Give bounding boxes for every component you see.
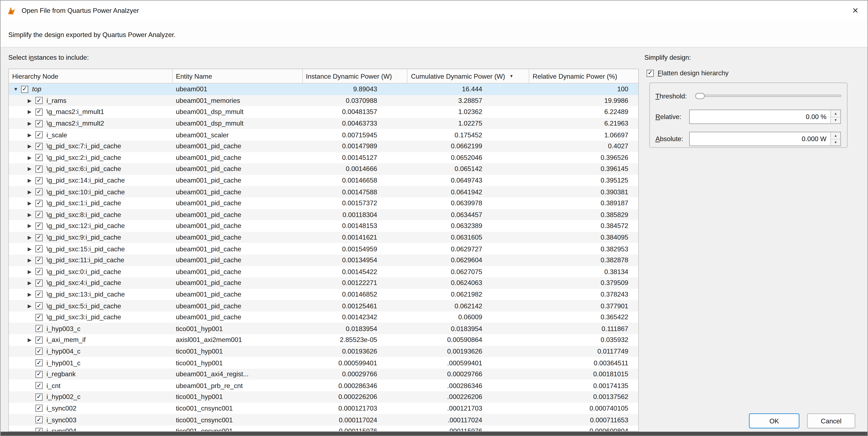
flatten-checkbox[interactable]: ✓: [647, 69, 654, 76]
table-row[interactable]: ✓\g_pid_sxc:3:i_pid_cacheubeam001_pid_ca…: [9, 311, 638, 323]
collapsed-arrow-icon[interactable]: ▶: [28, 189, 36, 194]
table-row[interactable]: ✓i_sync002tico001_cnsync0010.000121703.0…: [9, 403, 638, 414]
table-row[interactable]: ✓i_sync004tico001_cnsync0010.000115976.0…: [9, 426, 638, 432]
collapsed-arrow-icon[interactable]: ▶: [28, 303, 36, 309]
collapsed-arrow-icon[interactable]: ▶: [28, 166, 36, 172]
table-row[interactable]: ✓i_hyp002_ctico001_hyp0010.000226206.000…: [9, 391, 638, 403]
table-row[interactable]: ✓i_hyp004_ctico001_hyp0010.001936260.001…: [9, 346, 638, 357]
table-row[interactable]: ▶✓\g_macs2:i_mmult1ubeam001_dsp_mmult0.0…: [9, 106, 638, 118]
row-checkbox[interactable]: ✓: [35, 325, 42, 332]
row-checkbox[interactable]: ✓: [35, 234, 42, 241]
row-checkbox[interactable]: ✓: [35, 222, 42, 230]
spin-up-button[interactable]: ▲: [831, 110, 840, 117]
row-checkbox[interactable]: ✓: [35, 131, 42, 138]
table-row[interactable]: ▶✓\g_pid_sxc:14:i_pid_cacheubeam001_pid_…: [9, 175, 638, 186]
row-checkbox[interactable]: ✓: [35, 348, 42, 355]
table-row[interactable]: ▶✓i_ramsubeam001_memories0.03709883.2885…: [9, 95, 638, 106]
table-row[interactable]: ▼✓topubeam0019.8904316.444100: [9, 84, 638, 95]
collapsed-arrow-icon[interactable]: ▶: [28, 178, 36, 183]
row-checkbox[interactable]: ✓: [35, 154, 42, 161]
row-checkbox[interactable]: ✓: [35, 177, 42, 184]
row-checkbox[interactable]: ✓: [35, 371, 42, 378]
threshold-slider[interactable]: [695, 90, 841, 102]
row-checkbox[interactable]: ✓: [35, 188, 42, 195]
row-checkbox[interactable]: ✓: [35, 382, 42, 389]
spin-down-button[interactable]: ▼: [831, 139, 840, 146]
column-header-entity-name[interactable]: Entity Name: [173, 69, 303, 83]
spin-down-button[interactable]: ▼: [831, 117, 840, 123]
row-checkbox[interactable]: ✓: [35, 143, 42, 150]
row-checkbox[interactable]: ✓: [35, 245, 42, 252]
collapsed-arrow-icon[interactable]: ▶: [28, 246, 36, 252]
collapsed-arrow-icon[interactable]: ▶: [28, 269, 36, 274]
flatten-checkbox-row[interactable]: ✓ Flatten design hierarchy: [647, 69, 728, 77]
table-row[interactable]: ▶✓i_scaleubeam001_scaler0.007159450.1754…: [9, 129, 638, 141]
collapsed-arrow-icon[interactable]: ▶: [28, 292, 36, 297]
row-checkbox[interactable]: ✓: [35, 257, 42, 264]
table-row[interactable]: ▶✓\g_pid_sxc:11:i_pid_cacheubeam001_pid_…: [9, 254, 638, 266]
row-checkbox[interactable]: ✓: [35, 337, 42, 344]
collapsed-arrow-icon[interactable]: ▶: [28, 144, 36, 149]
close-button[interactable]: ✕: [852, 5, 859, 15]
spin-up-button[interactable]: ▲: [831, 132, 840, 139]
table-row[interactable]: ▶✓\g_pid_sxc:10:i_pid_cacheubeam001_pid_…: [9, 186, 638, 197]
row-checkbox[interactable]: ✓: [21, 86, 28, 93]
slider-handle[interactable]: [695, 93, 705, 99]
table-row[interactable]: ▶✓\g_pid_sxc:8:i_pid_cacheubeam001_pid_c…: [9, 209, 638, 220]
row-checkbox[interactable]: ✓: [35, 314, 42, 321]
table-row[interactable]: ▶✓\g_pid_sxc:12:i_pid_cacheubeam001_pid_…: [9, 220, 638, 232]
table-row[interactable]: ✓i_cntubeam001_prb_re_cnt0.000286346.000…: [9, 380, 638, 391]
row-checkbox[interactable]: ✓: [35, 393, 42, 401]
collapsed-arrow-icon[interactable]: ▶: [28, 212, 36, 217]
collapsed-arrow-icon[interactable]: ▶: [28, 132, 36, 137]
table-row[interactable]: ▶✓\g_pid_sxc:13:i_pid_cacheubeam001_pid_…: [9, 289, 638, 300]
collapsed-arrow-icon[interactable]: ▶: [28, 235, 36, 240]
absolute-spinbox-value[interactable]: 0.000 W: [690, 135, 830, 143]
table-row[interactable]: ▶✓\g_pid_sxc:4:i_pid_cacheubeam001_pid_c…: [9, 277, 638, 289]
collapsed-arrow-icon[interactable]: ▶: [28, 155, 36, 160]
row-checkbox[interactable]: ✓: [35, 120, 42, 127]
row-checkbox[interactable]: ✓: [35, 428, 42, 432]
collapsed-arrow-icon[interactable]: ▶: [28, 337, 36, 343]
row-checkbox[interactable]: ✓: [35, 280, 42, 287]
table-row[interactable]: ✓i_hyp001_ctico001_hyp0010.000599401.000…: [9, 357, 638, 369]
row-checkbox[interactable]: ✓: [35, 211, 42, 218]
column-header-hierarchy-node[interactable]: Hierarchy Node: [9, 69, 173, 83]
table-row[interactable]: ▶✓i_axi_mem_ifaxisl001_axi2mem0012.85523…: [9, 335, 638, 346]
table-row[interactable]: ✓i_sync003tico001_cnsync0010.000117024.0…: [9, 414, 638, 426]
table-row[interactable]: ▶✓\g_pid_sxc:0:i_pid_cacheubeam001_pid_c…: [9, 266, 638, 277]
collapsed-arrow-icon[interactable]: ▶: [28, 257, 36, 263]
relative-spinbox-value[interactable]: 0.00 %: [690, 113, 830, 121]
row-checkbox[interactable]: ✓: [35, 108, 42, 116]
row-checkbox[interactable]: ✓: [35, 97, 42, 104]
row-checkbox[interactable]: ✓: [35, 405, 42, 412]
column-header-relative-dynamic-power[interactable]: Relative Dynamic Power (%): [529, 69, 638, 83]
table-row[interactable]: ▶✓\g_macs2:i_mmult2ubeam001_dsp_mmult0.0…: [9, 118, 638, 129]
slider-track[interactable]: [695, 95, 841, 97]
table-row[interactable]: ✓i_regbankubeam001_axi4_regist...0.00029…: [9, 369, 638, 380]
table-row[interactable]: ▶✓\g_pid_sxc:9:i_pid_cacheubeam001_pid_c…: [9, 232, 638, 243]
table-row[interactable]: ▶✓\g_pid_sxc:6:i_pid_cacheubeam001_pid_c…: [9, 163, 638, 175]
row-checkbox[interactable]: ✓: [35, 302, 42, 309]
table-row[interactable]: ▶✓\g_pid_sxc:7:i_pid_cacheubeam001_pid_c…: [9, 141, 638, 152]
row-checkbox[interactable]: ✓: [35, 416, 42, 424]
collapsed-arrow-icon[interactable]: ▶: [28, 110, 36, 115]
table-row[interactable]: ▶✓\g_pid_sxc:1:i_pid_cacheubeam001_pid_c…: [9, 197, 638, 209]
collapsed-arrow-icon[interactable]: ▶: [28, 98, 36, 103]
column-header-instance-dynamic-power[interactable]: Instance Dynamic Power (W): [303, 69, 408, 83]
column-header-cumulative-dynamic-power[interactable]: Cumulative Dynamic Power (W) ▼: [408, 69, 529, 83]
table-row[interactable]: ▶✓\g_pid_sxc:15:i_pid_cacheubeam001_pid_…: [9, 243, 638, 254]
row-checkbox[interactable]: ✓: [35, 165, 42, 173]
collapsed-arrow-icon[interactable]: ▶: [28, 200, 36, 206]
table-row[interactable]: ▶✓\g_pid_sxc:2:i_pid_cacheubeam001_pid_c…: [9, 152, 638, 163]
cancel-button[interactable]: Cancel: [807, 413, 856, 429]
ok-button[interactable]: OK: [749, 413, 799, 429]
table-row[interactable]: ✓i_hyp003_ctico001_hyp0010.01839540.0183…: [9, 323, 638, 334]
row-checkbox[interactable]: ✓: [35, 359, 42, 366]
table-row[interactable]: ▶✓\g_pid_sxc:5:i_pid_cacheubeam001_pid_c…: [9, 300, 638, 311]
row-checkbox[interactable]: ✓: [35, 199, 42, 207]
collapsed-arrow-icon[interactable]: ▶: [28, 121, 36, 126]
collapsed-arrow-icon[interactable]: ▶: [28, 280, 36, 286]
row-checkbox[interactable]: ✓: [35, 291, 42, 298]
absolute-spinbox[interactable]: 0.000 W ▲ ▼: [689, 132, 841, 146]
